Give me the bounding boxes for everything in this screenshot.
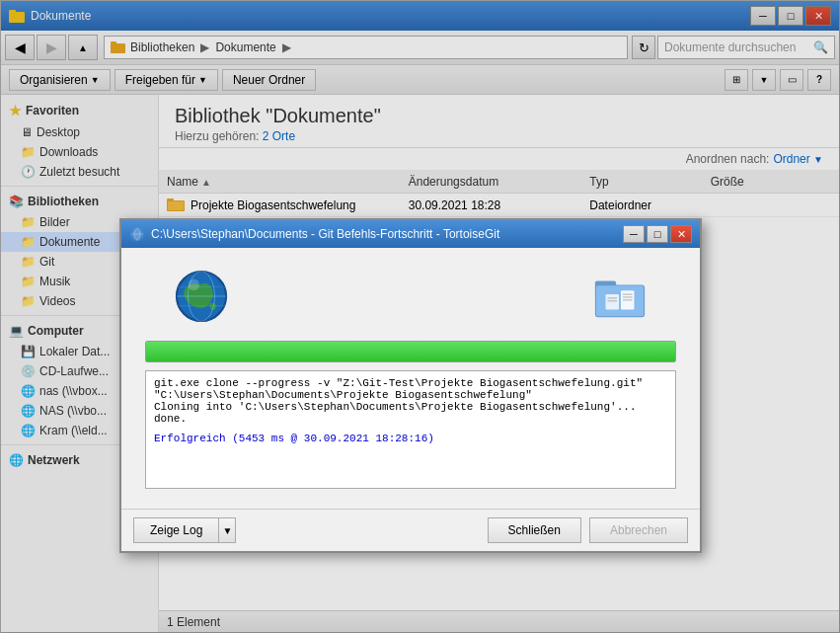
dialog-schliessen-button[interactable]: Schließen [488, 517, 581, 543]
dialog-maximize-button[interactable]: □ [647, 225, 668, 243]
show-log-dropdown-button[interactable]: ▼ [218, 517, 236, 543]
progress-bar-fill [146, 342, 675, 361]
svg-rect-21 [606, 294, 620, 309]
output-line-4: done. [154, 413, 667, 425]
output-line-2: "C:\Users\Stephan\Documents\Projekte Bio… [154, 389, 667, 401]
dialog-title-controls: ─ □ ✕ [623, 225, 692, 243]
show-log-btn-group: Zeige Log ▼ [133, 517, 236, 543]
dialog-title-text: C:\Users\Stephan\Documents - Git Befehls… [151, 227, 499, 241]
output-line-3: Cloning into 'C:\Users\Stephan\Documents… [154, 401, 667, 413]
svg-rect-20 [596, 285, 644, 316]
dialog-title-bar: C:\Users\Stephan\Documents - Git Befehls… [121, 220, 700, 248]
progress-bar-container [145, 341, 676, 362]
globe-icon [173, 268, 230, 325]
output-text-area: git.exe clone --progress -v "Z:\Git-Test… [145, 370, 676, 489]
success-text: Erfolgreich (5453 ms @ 30.09.2021 18:28:… [154, 433, 434, 444]
output-line-1: git.exe clone --progress -v "Z:\Git-Test… [154, 377, 667, 389]
show-log-button[interactable]: Zeige Log [133, 517, 218, 543]
dialog-abbrechen-button[interactable]: Abbrechen [589, 517, 688, 543]
output-success-line: Erfolgreich (5453 ms @ 30.09.2021 18:28:… [154, 433, 667, 444]
dialog-action-buttons: Schließen Abbrechen [488, 517, 688, 543]
dialog-close-button[interactable]: ✕ [670, 225, 692, 243]
git-folder-icon [591, 268, 649, 325]
tortoisegit-title-icon [129, 226, 145, 242]
svg-point-17 [188, 279, 199, 291]
tortoisegit-dialog: C:\Users\Stephan\Documents - Git Befehls… [119, 218, 702, 553]
dialog-bottom: Zeige Log ▼ Schließen Abbrechen [121, 509, 700, 551]
dialog-content: git.exe clone --progress -v "Z:\Git-Test… [121, 248, 700, 509]
main-window: Dokumente ─ □ ✕ ◀ ▶ ▲ Bibliotheken ▶ Dok… [0, 0, 840, 633]
dialog-title-left: C:\Users\Stephan\Documents - Git Befehls… [129, 226, 499, 242]
dialog-icons-row [133, 260, 688, 333]
dialog-minimize-button[interactable]: ─ [623, 225, 645, 243]
